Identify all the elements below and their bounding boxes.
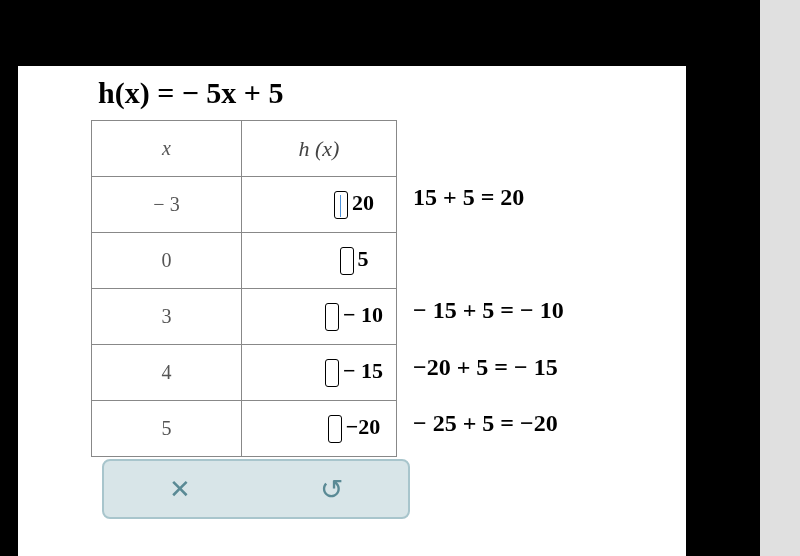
table-row: 0 5 xyxy=(92,233,397,289)
table-row: − 3 20 xyxy=(92,177,397,233)
input-box-icon[interactable] xyxy=(328,415,342,443)
x-value: 5 xyxy=(92,401,242,457)
clear-button[interactable]: ✕ xyxy=(169,474,191,505)
hx-value: − 10 xyxy=(343,302,383,327)
calculation-note: − 15 + 5 = − 10 xyxy=(413,297,564,324)
outer-frame: h(x) = − 5x + 5 x h (x) − 3 20 0 5 3 xyxy=(0,0,760,556)
header-hx: h (x) xyxy=(242,121,397,177)
worksheet-page: h(x) = − 5x + 5 x h (x) − 3 20 0 5 3 xyxy=(18,66,686,556)
hx-cell[interactable]: 20 xyxy=(242,177,397,233)
hx-value: −20 xyxy=(346,414,381,439)
x-value: − 3 xyxy=(92,177,242,233)
table-header-row: x h (x) xyxy=(92,121,397,177)
table-row: 3 − 10 xyxy=(92,289,397,345)
hx-value: 5 xyxy=(358,246,369,271)
input-box-icon[interactable] xyxy=(334,191,348,219)
x-icon: ✕ xyxy=(169,475,191,504)
hx-value: − 15 xyxy=(343,358,383,383)
hx-value: 20 xyxy=(352,190,374,215)
calculation-note: −20 + 5 = − 15 xyxy=(413,354,558,381)
header-x: x xyxy=(92,121,242,177)
hx-cell[interactable]: −20 xyxy=(242,401,397,457)
right-sidebar xyxy=(760,0,800,556)
hx-cell[interactable]: − 10 xyxy=(242,289,397,345)
calculation-note: − 25 + 5 = −20 xyxy=(413,410,558,437)
x-value: 4 xyxy=(92,345,242,401)
reset-icon: ↺ xyxy=(320,474,343,505)
input-box-icon[interactable] xyxy=(325,303,339,331)
reset-button[interactable]: ↺ xyxy=(320,473,343,506)
input-box-icon[interactable] xyxy=(340,247,354,275)
table-row: 5 −20 xyxy=(92,401,397,457)
hx-cell[interactable]: − 15 xyxy=(242,345,397,401)
hx-cell[interactable]: 5 xyxy=(242,233,397,289)
input-box-icon[interactable] xyxy=(325,359,339,387)
function-table: x h (x) − 3 20 0 5 3 − 10 xyxy=(91,120,397,457)
action-button-panel: ✕ ↺ xyxy=(102,459,410,519)
table-row: 4 − 15 xyxy=(92,345,397,401)
function-equation: h(x) = − 5x + 5 xyxy=(98,76,283,110)
x-value: 0 xyxy=(92,233,242,289)
x-value: 3 xyxy=(92,289,242,345)
calculation-note: 15 + 5 = 20 xyxy=(413,184,524,211)
